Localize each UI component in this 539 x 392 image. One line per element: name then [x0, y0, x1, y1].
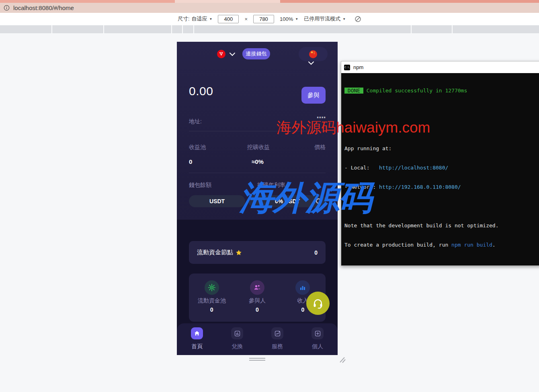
chevron-down-icon[interactable]	[229, 52, 236, 57]
local-url[interactable]: http://localhost:8080/	[379, 165, 448, 171]
ruler-segment	[0, 25, 51, 33]
nav-services-label: 服務	[272, 343, 283, 350]
income-value: 0	[301, 306, 304, 313]
people-icon	[250, 280, 264, 295]
price-label: 價格	[314, 144, 326, 151]
participants-label: 參與人	[249, 297, 266, 304]
cmd-prompt-icon: C:\	[344, 65, 350, 70]
liquidity-node-value: 0	[314, 249, 318, 256]
star-icon	[236, 249, 242, 256]
tron-network-icon[interactable]	[217, 50, 225, 58]
customer-support-button[interactable]	[306, 292, 330, 315]
note-text: Note that the development build is not o…	[344, 223, 538, 229]
npm-terminal-window[interactable]: C:\ npm DONE Compiled successfully in 12…	[341, 61, 539, 266]
ruler-segment	[52, 25, 103, 33]
chevron-down-icon: ▼	[209, 17, 213, 21]
size-label: 尺寸:	[178, 15, 190, 22]
viewport-height-input[interactable]	[253, 15, 274, 23]
headset-icon	[312, 297, 324, 309]
nav-item-home[interactable]: 首頁	[177, 323, 217, 355]
address-label: 地址:	[189, 118, 202, 125]
chevron-down-icon[interactable]	[307, 61, 315, 65]
gear-icon	[205, 280, 219, 295]
terminal-title: npm	[353, 64, 363, 70]
liquidity-pool-stat[interactable]: 流動資金池 0	[189, 274, 234, 322]
liquidity-node-label: 流動資金節點	[197, 249, 233, 256]
nav-item-profile[interactable]: 個人	[297, 323, 338, 355]
media-query-ruler	[0, 25, 539, 34]
join-button[interactable]: 參與	[301, 87, 326, 104]
liquidity-pool-value: 0	[210, 306, 213, 313]
size-mode-value: 自适应	[192, 15, 207, 22]
local-label: - Local:	[344, 165, 379, 171]
build-note-suffix: .	[492, 242, 496, 248]
zoom-select[interactable]: 100% ▼	[280, 16, 298, 22]
nav-home-label: 首頁	[191, 343, 203, 350]
tab-strip-right	[280, 0, 539, 3]
divider	[189, 173, 326, 173]
viewport-width-input[interactable]	[218, 15, 239, 23]
device-size-select[interactable]: 尺寸: 自适应 ▼	[178, 15, 213, 22]
language-selector[interactable]: ★★★	[299, 47, 328, 61]
ruler-segment	[172, 25, 182, 33]
terminal-output: DONE Compiled successfully in 12770ms Ap…	[341, 73, 539, 265]
plus-square-icon	[312, 327, 324, 339]
done-badge: DONE	[344, 88, 363, 94]
bottom-navigation: 首頁 兌換	[177, 323, 338, 355]
app-running-text: App running at:	[344, 145, 538, 152]
ruler-segment	[104, 25, 172, 33]
chart-square-icon	[231, 327, 243, 339]
nav-profile-label: 個人	[312, 343, 323, 350]
zoom-value: 100%	[280, 16, 293, 22]
china-flag-icon: ★★★	[309, 50, 317, 58]
network-url[interactable]: http://192.168.0.110:8080/	[379, 184, 461, 190]
throttle-value: 已停用节流模式	[304, 15, 340, 22]
profit-pool-label: 收益池	[189, 144, 206, 151]
devtools-device-toolbar: 尺寸: 自适应 ▼ × 100% ▼ 已停用节流模式 ▼	[0, 13, 539, 25]
connect-wallet-button[interactable]: 連接錢包	[242, 48, 270, 59]
viewport-resize-handle[interactable]	[249, 358, 265, 362]
participants-stat[interactable]: 參與人 0	[234, 274, 280, 322]
browser-tab-strip	[0, 0, 539, 3]
build-note-prefix: To create a production build, run	[344, 242, 451, 248]
chevron-down-icon: ▼	[342, 17, 346, 21]
app-header: 連接錢包 ★★★	[177, 42, 338, 70]
usdt-token-pill[interactable]: USDT	[189, 195, 245, 207]
participants-value: 0	[256, 306, 259, 313]
terminal-title-bar[interactable]: C:\ npm	[341, 61, 539, 73]
mining-yield-value: ≈0%	[252, 158, 264, 165]
ruler-segment	[183, 25, 193, 33]
active-tab-edge	[175, 0, 280, 3]
url-text[interactable]: localhost:8080/#/home	[13, 4, 74, 11]
liquidity-node-card[interactable]: 流動資金節點 0	[189, 241, 326, 264]
profit-pool-value: 0	[189, 158, 192, 165]
rotate-viewport-icon[interactable]	[355, 16, 361, 22]
statistics-card: 流動資金池 0 參與人 0	[189, 274, 326, 322]
liquidity-pool-label: 流動資金池	[198, 297, 226, 304]
npm-run-build-cmd: npm run build	[451, 242, 492, 248]
ruler-segment	[453, 25, 539, 33]
nav-exchange-label: 兌換	[232, 343, 243, 350]
bar-chart-icon	[295, 280, 310, 295]
mining-yield-label: 挖礦收益	[247, 144, 270, 151]
chevron-down-icon: ▼	[295, 17, 298, 21]
ruler-segment	[194, 25, 411, 33]
nav-item-services[interactable]: 服務	[257, 323, 297, 355]
watermark-red-text: 海外源码haiwaiym.com	[277, 118, 430, 138]
account-balance: 0.00	[189, 84, 213, 98]
wallet-balance-label: 錢包餘額	[189, 182, 211, 189]
watermark-blue-calligraphy: 海外源码	[240, 175, 371, 221]
page-info-icon[interactable]	[4, 5, 10, 11]
dimension-times-label: ×	[244, 16, 248, 22]
viewport-corner-grip[interactable]	[339, 357, 346, 363]
compile-success-text: Compiled successfully in 12770ms	[363, 88, 467, 94]
ruler-segment	[412, 25, 452, 33]
trend-square-icon	[271, 327, 283, 339]
throttle-select[interactable]: 已停用节流模式 ▼	[304, 15, 346, 22]
home-icon	[191, 327, 203, 339]
nav-item-exchange[interactable]: 兌換	[217, 323, 257, 355]
screen: localhost:8080/#/home 尺寸: 自适应 ▼ × 100% ▼…	[0, 0, 539, 392]
browser-address-bar[interactable]: localhost:8080/#/home	[0, 3, 539, 13]
